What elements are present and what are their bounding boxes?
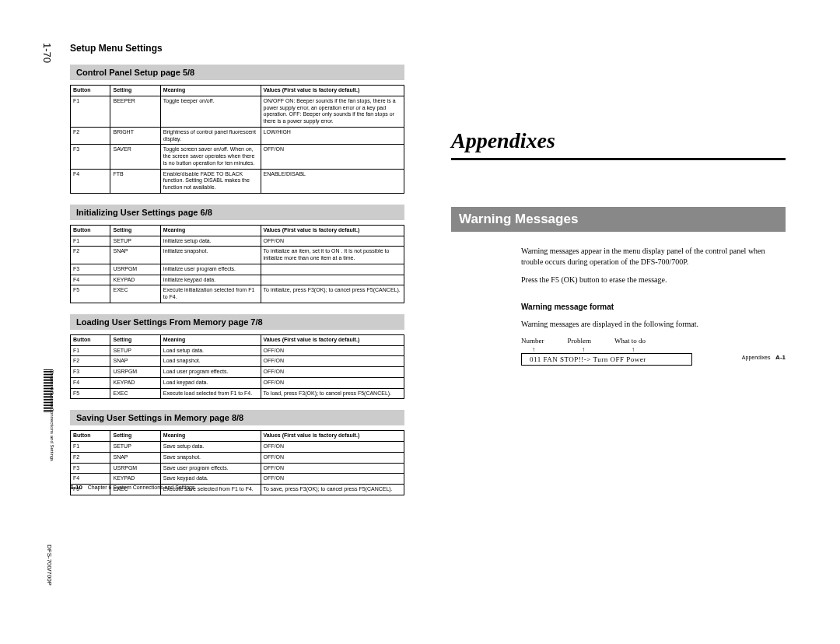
settings-table: ButtonSettingMeaningValues (First value …	[70, 334, 404, 400]
table-cell: F5	[71, 285, 110, 303]
table-cell: BEEPER	[110, 96, 160, 127]
table-cell: F3	[71, 463, 110, 474]
table-row: F4KEYPADLoad keypad data.OFF/ON	[71, 377, 404, 388]
table-header: Meaning	[160, 431, 261, 442]
fmt-label-action: What to do	[614, 337, 646, 345]
table-row: F2SNAPLoad snapshot.OFF/ON	[71, 356, 404, 367]
table-cell: To initialize an item, set it to ON . It…	[261, 247, 404, 264]
fmt-example-box: 011 FAN STOP!!-> Turn OFF Power	[521, 353, 692, 366]
appendixes-rule	[451, 158, 786, 160]
table-cell: LOW/HIGH	[261, 127, 404, 145]
warning-para-2: Press the F5 (OK) button to erase the me…	[521, 275, 786, 285]
table-cell: SNAP	[110, 247, 160, 264]
table-row: F2BRIGHTBrightness of control panel fluo…	[71, 127, 404, 145]
table-cell: USRPGM	[110, 367, 160, 378]
table-cell: Execute initialization selected from F1 …	[160, 285, 261, 303]
table-cell: Save setup data.	[160, 442, 261, 453]
warning-para-3: Warning messages are displayed in the fo…	[521, 319, 786, 330]
right-page: Appendixes Warning Messages Warning mess…	[451, 43, 786, 366]
table-cell: OFF/ON	[261, 367, 404, 378]
right-footer-num: A-1	[775, 354, 786, 361]
table-cell: F5	[71, 388, 110, 399]
table-row: F3SAVERToggle screen saver on/off. When …	[71, 145, 404, 169]
section-title-band: Saving User Settings in Memory page 8/8	[70, 410, 404, 425]
table-cell: F4	[71, 377, 110, 388]
table-header: Button	[71, 431, 110, 442]
table-cell: Load setup data.	[160, 345, 261, 356]
table-cell: OFF/ON	[261, 145, 404, 169]
table-header: Meaning	[160, 334, 261, 345]
table-row: F5EXECExecute load selected from F1 to F…	[71, 388, 404, 399]
table-cell: SNAP	[110, 452, 160, 463]
appendixes-title: Appendixes	[451, 128, 786, 153]
table-cell: Initialize user program effects.	[160, 264, 261, 275]
section-title-band: Loading User Settings From Memory page 7…	[70, 314, 404, 330]
table-cell: Save keypad data.	[160, 474, 261, 485]
table-cell: Initialize keypad data.	[160, 275, 261, 285]
table-header: Button	[71, 86, 110, 96]
table-cell: F4	[71, 169, 110, 193]
table-row: F4KEYPADInitialize keypad data.	[71, 275, 404, 285]
table-row: F2SNAPSave snapshot.OFF/ON	[71, 452, 404, 463]
table-cell: To save, press F3(OK); to cancel press F…	[261, 485, 404, 495]
table-cell: F3	[71, 264, 110, 275]
left-footer-num: 6-10	[70, 484, 82, 491]
left-page: Setup Menu Settings Control Panel Setup …	[70, 43, 404, 495]
table-row: F3USRPGMLoad user program effects.OFF/ON	[71, 367, 404, 378]
table-cell: KEYPAD	[110, 377, 160, 388]
warning-para-1: Warning messages appear in the menu disp…	[521, 246, 786, 267]
table-row: F4FTBEnable/disable FADE TO BLACK functi…	[71, 169, 404, 193]
table-cell: To load, press F3(OK); to cancel press F…	[261, 388, 404, 399]
warning-messages-heading: Warning Messages	[451, 207, 786, 232]
table-cell: OFF/ON	[261, 236, 404, 247]
table-header: Values (First value is factory default.)	[261, 431, 404, 442]
table-cell: F2	[71, 127, 110, 145]
table-row: F3USRPGMInitialize user program effects.	[71, 264, 404, 275]
left-footer: 6-10 Chapter 6 System Connections and Se…	[70, 484, 194, 491]
right-footer: Appendixes A-1	[742, 354, 786, 361]
table-cell	[261, 275, 404, 285]
table-cell: Enable/disable FADE TO BLACK function. S…	[160, 169, 261, 193]
table-cell: F4	[71, 275, 110, 285]
fmt-tick: ↑	[632, 346, 635, 353]
warning-format-heading: Warning message format	[521, 303, 786, 311]
table-cell: F3	[71, 367, 110, 378]
table-cell: ENABLE/DISABL	[261, 169, 404, 193]
table-cell: SAVER	[110, 145, 160, 169]
table-cell: ON/OFF ON: Beeper sounds if the fan stop…	[261, 96, 404, 127]
table-cell: USRPGM	[110, 264, 160, 275]
table-cell: F2	[71, 452, 110, 463]
table-cell: Toggle screen saver on/off. When on, the…	[160, 145, 261, 169]
table-cell: FTB	[110, 169, 160, 193]
table-header: Setting	[110, 431, 160, 442]
table-cell: F1	[71, 236, 110, 247]
table-cell: KEYPAD	[110, 474, 160, 485]
chapter-side-label: Chapter 6 System Connections and Setting…	[49, 369, 54, 461]
table-cell: Initialize setup data.	[160, 236, 261, 247]
fmt-tick: ↑	[582, 346, 585, 353]
table-row: F1SETUPLoad setup data.OFF/ON	[71, 345, 404, 356]
table-header: Values (First value is factory default.)	[261, 225, 404, 236]
table-cell: OFF/ON	[261, 345, 404, 356]
table-cell: OFF/ON	[261, 452, 404, 463]
table-cell: Toggle beeper on/off.	[160, 96, 261, 127]
table-header: Meaning	[160, 225, 261, 236]
table-row: F3USRPGMSave user program effects.OFF/ON	[71, 463, 404, 474]
left-footer-text: Chapter 6 System Connections and Setting…	[88, 485, 195, 490]
page-number-side: 1-70	[41, 43, 53, 63]
table-header: Setting	[110, 225, 160, 236]
table-cell: F1	[71, 442, 110, 453]
model-side-label: DFS-700/700P	[46, 544, 53, 586]
table-cell: OFF/ON	[261, 463, 404, 474]
settings-table: ButtonSettingMeaningValues (First value …	[70, 85, 404, 194]
table-cell: Save user program effects.	[160, 463, 261, 474]
table-cell: OFF/ON	[261, 442, 404, 453]
table-header: Button	[71, 225, 110, 236]
settings-table: ButtonSettingMeaningValues (First value …	[70, 225, 404, 303]
table-cell: Execute load selected from F1 to F4.	[160, 388, 261, 399]
fmt-label-problem: Problem	[568, 337, 592, 345]
section-title-band: Initializing User Settings page 6/8	[70, 205, 404, 220]
table-cell	[261, 264, 404, 275]
table-row: F1SETUPInitialize setup data.OFF/ON	[71, 236, 404, 247]
table-cell: EXEC	[110, 285, 160, 303]
